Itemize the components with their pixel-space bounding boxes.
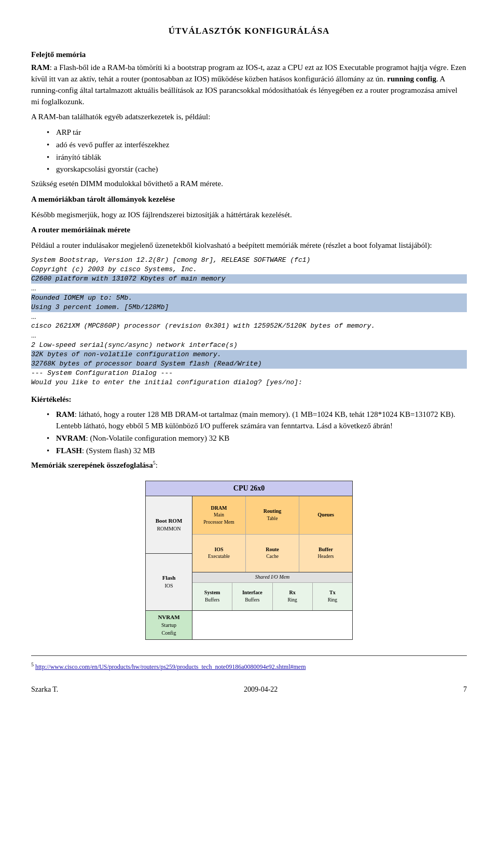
diagram-right-col: DRAM Main Processor Mem Routing Table Qu…: [192, 496, 352, 610]
footnote-block: 5 http://www.cisco.com/en/US/products/hw…: [31, 661, 467, 671]
ram-intro-text: RAM: a Flash-ből ide a RAM-ba tömöríti k…: [31, 62, 467, 107]
boot-rom-label2: ROMMON: [157, 525, 181, 533]
nvram-block: NVRAM Startup Config: [146, 611, 192, 639]
ram-list-intro: A RAM-ban találhatók egyéb adatszerkezet…: [31, 111, 467, 123]
footer-line: [31, 655, 467, 659]
footer-page-num: 7: [463, 684, 467, 695]
kiert-ram: RAM: látható, hogy a router 128 MB DRAM-…: [47, 409, 467, 432]
route-cache-cell: Route Cache: [246, 535, 299, 572]
footnote-number: 5: [31, 662, 34, 667]
page-title: ÚTVÁLASZTÓK KONFIGURÁLÁSA: [31, 25, 467, 38]
felejto-memoria-heading: Felejtő memória: [31, 49, 467, 61]
memoriak-osszefoglalasa-heading: Memóriák szerepének összefoglalása5:: [31, 459, 467, 471]
dram-cell: DRAM Main Processor Mem: [192, 496, 246, 534]
boot-log-ellipsis-1: ...: [31, 284, 467, 293]
boot-log-line-8: 32K bytes of non-volatile configuration …: [31, 350, 467, 359]
boot-log-line-7: 2 Low-speed serial(sync/async) network i…: [31, 341, 467, 350]
kiertekelés-label: Kiértékelés:: [31, 394, 467, 405]
flash-block: Flash IOS: [146, 554, 192, 611]
page-footer: Szarka T. 2009-04-22 7: [31, 684, 467, 695]
kiert-flash: FLASH: (System flash) 32 MB: [47, 445, 467, 457]
footnote-link[interactable]: http://www.cisco.com/en/US/products/hw/r…: [35, 663, 306, 670]
boot-log-line-9: 32768K bytes of processor board System f…: [31, 359, 467, 369]
router-memoria-heading: A router memóriáinak mérete: [31, 225, 467, 236]
flash-label1: Flash: [162, 574, 176, 582]
tx-ring-cell: Tx Ring: [313, 583, 352, 611]
queues-cell: Queues: [299, 496, 352, 534]
diagram-body: Boot ROM ROMMON Flash IOS DRAM Main Proc…: [146, 496, 352, 610]
boot-log-line-6: cisco 2621XM (MPC860P) processor (revisi…: [31, 321, 467, 331]
dram-area: DRAM Main Processor Mem Routing Table Qu…: [192, 496, 352, 572]
boot-rom-label1: Boot ROM: [156, 517, 183, 525]
boot-log-block: System Bootstrap, Version 12.2(8r) [cmon…: [31, 256, 467, 388]
list-item: ARP tár: [47, 127, 467, 138]
router-memoria-text: Például a router indulásakor megjelenő ü…: [31, 240, 467, 251]
list-item: gyorskapcsolási gyorstár (cache): [47, 164, 467, 175]
boot-log-line-4: Rounded IOMEM up to: 5Mb.: [31, 293, 467, 303]
shared-io-label: Shared I/O Mem: [192, 572, 352, 583]
rx-ring-cell: Rx Ring: [273, 583, 313, 611]
boot-log-line-10: --- System Configuration Dialog ---: [31, 369, 467, 378]
system-buffers-cell: System Buffers: [192, 583, 232, 611]
diagram-title: CPU 26x0: [146, 481, 352, 496]
memoriak-heading: A memóriákban tárolt állományok kezelése: [31, 194, 467, 205]
ios-executable-cell: IOS Executable: [192, 535, 246, 572]
flash-label2: IOS: [164, 582, 173, 590]
nvram-empty-area: [192, 611, 352, 639]
kiertekelés-list: RAM: látható, hogy a router 128 MB DRAM-…: [47, 409, 467, 456]
boot-log-line-3: C2600 platform with 131072 Kbytes of mai…: [31, 274, 467, 284]
dram-row2: IOS Executable Route Cache Buffer Header…: [192, 535, 352, 572]
boot-log-line-1: System Bootstrap, Version 12.2(8r) [cmon…: [31, 256, 467, 265]
boot-rom-block: Boot ROM ROMMON: [146, 496, 192, 554]
boot-log-line-5: Using 3 percent iomem. [5Mb/128Mb]: [31, 303, 467, 312]
diagram-left-col: Boot ROM ROMMON Flash IOS: [146, 496, 192, 610]
boot-log-ellipsis-2: ...: [31, 312, 467, 321]
dram-row1: DRAM Main Processor Mem Routing Table Qu…: [192, 496, 352, 535]
boot-log-line-11: Would you like to enter the initial conf…: [31, 378, 467, 387]
buffer-headers-cell: Buffer Headers: [299, 535, 352, 572]
list-item: adó és vevő puffer az interfészekhez: [47, 139, 467, 151]
memoriak-text: Később megismerjük, hogy az IOS fájlrend…: [31, 209, 467, 221]
nvram-row: NVRAM Startup Config: [146, 610, 352, 639]
boot-log-line-2: Copyright (c) 2003 by cisco Systems, Inc…: [31, 265, 467, 274]
footer-author: Szarka T.: [31, 684, 58, 695]
ram-dimm-text: Szükség esetén DIMM modulokkal bővíthető…: [31, 178, 467, 190]
footer-date: 2009-04-22: [244, 684, 278, 695]
interface-buffers-cell: Interface Buffers: [232, 583, 272, 611]
shared-io-row: System Buffers Interface Buffers Rx Ring…: [192, 583, 352, 611]
list-item: irányító táblák: [47, 152, 467, 163]
boot-log-ellipsis-3: ...: [31, 331, 467, 340]
shared-io-area: Shared I/O Mem System Buffers Interface …: [192, 572, 352, 610]
kiert-nvram: NVRAM: (Non-Volatile configuration memor…: [47, 433, 467, 444]
footnote-ref: 5: [153, 460, 156, 466]
ram-bullet-list: ARP tár adó és vevő puffer az interfésze…: [47, 127, 467, 175]
cpu-diagram: CPU 26x0 Boot ROM ROMMON Flash IOS DRAM …: [145, 481, 353, 640]
routing-table-cell: Routing Table: [246, 496, 299, 534]
